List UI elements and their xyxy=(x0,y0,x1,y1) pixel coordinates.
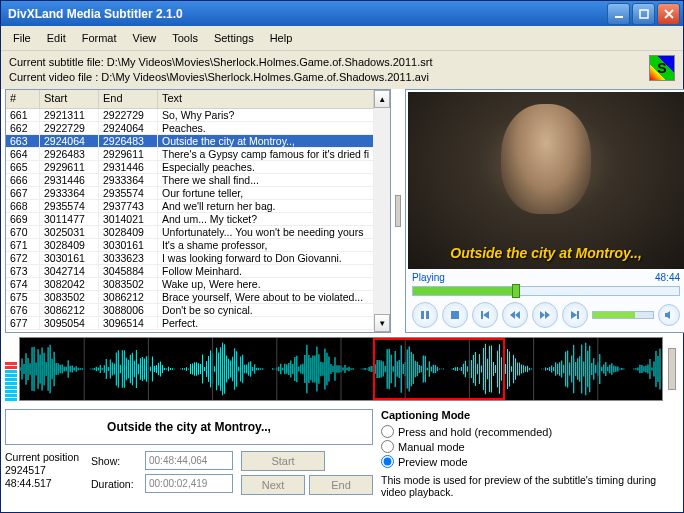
waveform-area xyxy=(5,337,679,401)
table-row[interactable]: 67730950543096514Perfect. xyxy=(6,317,374,330)
menu-help[interactable]: Help xyxy=(262,30,301,46)
maximize-button[interactable] xyxy=(632,3,655,25)
next-sub-button[interactable]: Next xyxy=(241,475,305,495)
svg-rect-0 xyxy=(615,16,623,18)
start-button[interactable]: Start xyxy=(241,451,325,471)
subtitle-overlay: Outside the city at Montroy.., xyxy=(408,245,684,261)
app-logo: S xyxy=(649,55,675,81)
table-row[interactable]: 67630862123088006Don't be so cynical. xyxy=(6,304,374,317)
scroll-down-icon[interactable]: ▼ xyxy=(374,314,390,332)
subtitle-file-path: D:\My Videos\Movies\Sherlock.Holmes.Game… xyxy=(107,56,433,68)
subtitle-file-label: Current subtitle file: xyxy=(9,56,104,68)
video-file-label: Current video file : xyxy=(9,71,98,83)
table-row[interactable]: 67330427143045884Follow Meinhard. xyxy=(6,265,374,278)
play-pause-button[interactable] xyxy=(412,302,438,328)
position-time: 48:44.517 xyxy=(5,477,85,490)
menu-edit[interactable]: Edit xyxy=(39,30,74,46)
prev-button[interactable] xyxy=(472,302,498,328)
app-window: DivXLand Media Subtitler 2.1.0 File Edit… xyxy=(0,0,684,513)
menu-bar: File Edit Format View Tools Settings Hel… xyxy=(1,26,683,51)
waveform[interactable] xyxy=(19,337,663,401)
titlebar: DivXLand Media Subtitler 2.1.0 xyxy=(1,1,683,26)
play-time: 48:44 xyxy=(655,272,680,283)
table-row[interactable]: 66629314462933364There we shall find... xyxy=(6,174,374,187)
splitter[interactable] xyxy=(395,89,401,333)
table-row[interactable]: 66229227292924064Peaches. xyxy=(6,122,374,135)
col-text[interactable]: Text xyxy=(158,90,374,108)
level-meter xyxy=(5,337,17,401)
table-row[interactable]: 66829355742937743And we'll return her ba… xyxy=(6,200,374,213)
menu-settings[interactable]: Settings xyxy=(206,30,262,46)
file-info: Current subtitle file: D:\My Videos\Movi… xyxy=(1,51,683,89)
next-button[interactable] xyxy=(562,302,588,328)
show-input[interactable] xyxy=(145,451,233,470)
play-status: Playing 48:44 xyxy=(406,271,684,284)
rewind-button[interactable] xyxy=(502,302,528,328)
video-panel: Outside the city at Montroy.., Playing 4… xyxy=(405,89,684,333)
video-display[interactable]: Outside the city at Montroy.., xyxy=(408,92,684,269)
seek-bar[interactable] xyxy=(412,286,680,296)
position-label: Current position xyxy=(5,451,85,464)
menu-format[interactable]: Format xyxy=(74,30,125,46)
table-row[interactable]: 67130284093030161It's a shame professor, xyxy=(6,239,374,252)
captioning-mode-panel: Captioning Mode Press and hold (recommen… xyxy=(381,409,679,498)
minimize-button[interactable] xyxy=(607,3,630,25)
show-label: Show: xyxy=(91,455,141,467)
svg-rect-3 xyxy=(426,311,429,319)
menu-file[interactable]: File xyxy=(5,30,39,46)
col-start[interactable]: Start xyxy=(40,90,99,108)
video-file-path: D:\My Videos\Movies\Sherlock.Holmes.Game… xyxy=(101,71,429,83)
volume-slider[interactable] xyxy=(592,311,654,319)
col-number[interactable]: # xyxy=(6,90,40,108)
video-frame xyxy=(408,92,684,269)
seek-thumb[interactable] xyxy=(512,284,520,298)
table-row[interactable]: 66729333642935574Our fortune teller, xyxy=(6,187,374,200)
stop-button[interactable] xyxy=(442,302,468,328)
table-row[interactable]: 66329240642926483Outside the city at Mon… xyxy=(6,135,374,148)
table-row[interactable]: 66930114773014021And um... My ticket? xyxy=(6,213,374,226)
capmode-description: This mode is used for preview of the sub… xyxy=(381,474,679,498)
svg-rect-2 xyxy=(421,311,424,319)
timing-panel: Current position 2924517 48:44.517 Show:… xyxy=(5,451,373,495)
table-row[interactable]: 66529296112931446Especially peaches. xyxy=(6,161,374,174)
mode-manual[interactable]: Manual mode xyxy=(381,440,679,453)
waveform-selection[interactable] xyxy=(373,338,505,400)
subtitle-preview: Outside the city at Montroy.., xyxy=(5,409,373,445)
table-row[interactable]: 66429264832929611There's a Gypsy camp fa… xyxy=(6,148,374,161)
table-rows: 66129213112922729So, Why Paris?662292272… xyxy=(6,109,374,330)
mute-button[interactable] xyxy=(658,304,680,326)
table-header: # Start End Text xyxy=(6,90,374,109)
svg-rect-4 xyxy=(451,311,459,319)
menu-view[interactable]: View xyxy=(125,30,165,46)
window-title: DivXLand Media Subtitler 2.1.0 xyxy=(4,7,605,21)
table-row[interactable]: 67230301613033623I was looking forward t… xyxy=(6,252,374,265)
position-frame: 2924517 xyxy=(5,464,85,477)
end-button[interactable]: End xyxy=(309,475,373,495)
table-scrollbar[interactable]: ▲ ▼ xyxy=(374,90,390,332)
play-state: Playing xyxy=(412,272,445,283)
duration-input[interactable] xyxy=(145,474,233,493)
table-row[interactable]: 66129213112922729So, Why Paris? xyxy=(6,109,374,122)
mode-press-hold[interactable]: Press and hold (recommended) xyxy=(381,425,679,438)
table-row[interactable]: 67530835023086212Brace yourself, Were ab… xyxy=(6,291,374,304)
svg-rect-1 xyxy=(640,10,648,18)
table-row[interactable]: 67430820423083502Wake up, Were here. xyxy=(6,278,374,291)
capmode-title: Captioning Mode xyxy=(381,409,679,421)
col-end[interactable]: End xyxy=(99,90,158,108)
duration-label: Duration: xyxy=(91,478,141,490)
menu-tools[interactable]: Tools xyxy=(164,30,206,46)
close-button[interactable] xyxy=(657,3,680,25)
subtitle-table[interactable]: # Start End Text 66129213112922729So, Wh… xyxy=(5,89,391,333)
forward-button[interactable] xyxy=(532,302,558,328)
scroll-up-icon[interactable]: ▲ xyxy=(374,90,390,108)
mode-preview[interactable]: Preview mode xyxy=(381,455,679,468)
waveform-zoom[interactable] xyxy=(665,337,679,401)
preview-panel: Outside the city at Montroy.., Current p… xyxy=(5,409,373,498)
table-row[interactable]: 67030250313028409Unfortunately... You wo… xyxy=(6,226,374,239)
player-controls xyxy=(406,298,684,332)
